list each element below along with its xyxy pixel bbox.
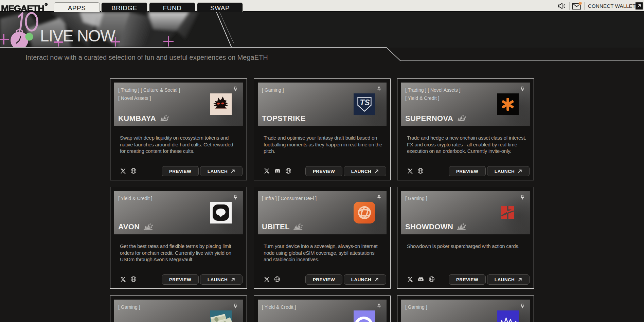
svg-text:TS: TS [360,98,370,107]
